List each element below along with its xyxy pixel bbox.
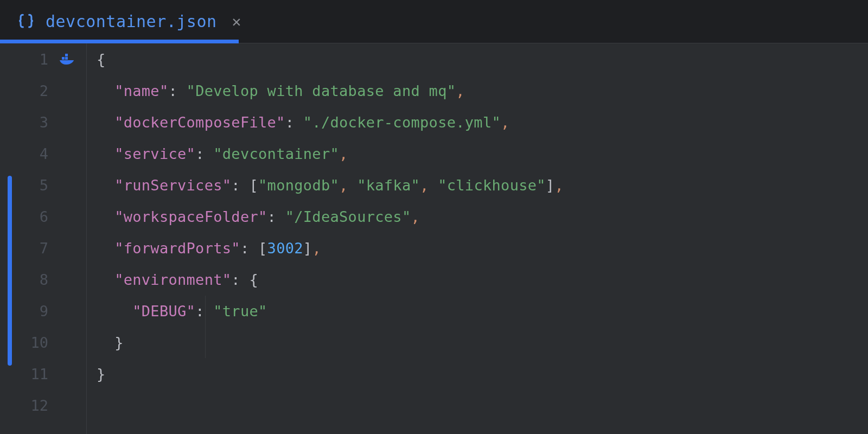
gutter: 1 2 3 4 5 6 7 8 9 10 11 12 — [0, 43, 87, 434]
braces-icon — [16, 12, 36, 31]
code-line[interactable]: "environment": { — [97, 264, 868, 295]
svg-rect-0 — [62, 57, 65, 60]
code-line[interactable]: "workspaceFolder": "/IdeaSources", — [97, 201, 868, 232]
code-line[interactable]: } — [97, 327, 868, 358]
code-line[interactable]: "DEBUG": "true" — [97, 295, 868, 327]
line-number[interactable]: 6 — [0, 201, 86, 232]
code-line[interactable]: "service": "devcontainer", — [97, 138, 868, 169]
line-number[interactable]: 4 — [0, 138, 86, 169]
line-number[interactable]: 5 — [0, 169, 86, 201]
line-number[interactable]: 12 — [0, 390, 86, 421]
tab-active-indicator — [0, 40, 239, 43]
editor: 1 2 3 4 5 6 7 8 9 10 11 12 { "name": "De… — [0, 43, 868, 434]
line-number[interactable]: 2 — [0, 75, 86, 106]
svg-rect-2 — [65, 54, 68, 56]
code-line[interactable]: "forwardPorts": [3002], — [97, 232, 868, 264]
indent-guide — [205, 296, 206, 358]
code-line[interactable]: } — [97, 358, 868, 390]
tab-devcontainer[interactable]: devcontainer.json ✕ — [0, 0, 257, 43]
line-number[interactable]: 8 — [0, 264, 86, 295]
line-number[interactable]: 7 — [0, 232, 86, 264]
tab-title: devcontainer.json — [46, 12, 217, 31]
svg-rect-1 — [65, 57, 68, 60]
line-number[interactable]: 3 — [0, 106, 86, 138]
code-line[interactable] — [97, 390, 868, 421]
code-line[interactable]: "runServices": ["mongodb", "kafka", "cli… — [97, 169, 868, 201]
code-line[interactable]: { — [97, 43, 868, 75]
docker-icon[interactable] — [59, 50, 76, 68]
code-area[interactable]: { "name": "Develop with database and mq"… — [87, 43, 868, 434]
tab-bar: devcontainer.json ✕ — [0, 0, 868, 43]
line-number[interactable]: 9 — [0, 295, 86, 327]
code-line[interactable]: "dockerComposeFile": "./docker-compose.y… — [97, 106, 868, 138]
line-number[interactable]: 11 — [0, 358, 86, 390]
close-icon[interactable]: ✕ — [232, 14, 241, 29]
line-number[interactable]: 1 — [0, 43, 86, 75]
line-number[interactable]: 10 — [0, 327, 86, 358]
code-line[interactable]: "name": "Develop with database and mq", — [97, 75, 868, 106]
